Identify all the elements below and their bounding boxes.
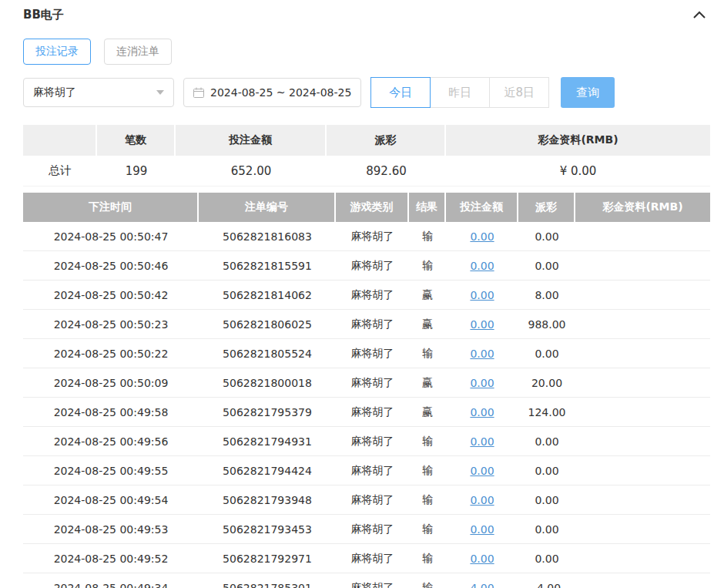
cell-order-id: 5062821793948 xyxy=(199,486,336,515)
cell-result: 输 xyxy=(409,456,446,486)
cell-order-id: 5062821793453 xyxy=(199,515,336,544)
cell-result: 输 xyxy=(409,339,446,368)
betting-records-panel: BB电子 投注记录 连消注单 麻将胡了 2024-08-25 ~ 2024-08… xyxy=(0,0,714,588)
collapse-button[interactable] xyxy=(689,9,710,20)
cell-bet-time: 2024-08-25 00:49:54 xyxy=(23,486,199,515)
cell-order-id: 5062821795379 xyxy=(199,398,336,427)
bet-amount-link[interactable]: 0.00 xyxy=(470,289,494,301)
cell-bonus xyxy=(575,456,710,486)
summary-bet-amount-value: 652.00 xyxy=(176,156,327,186)
header-payout: 派彩 xyxy=(518,193,575,222)
cell-order-id: 5062821816083 xyxy=(199,222,336,251)
bet-amount-link[interactable]: 0.00 xyxy=(470,465,494,477)
cell-order-id: 5062821794424 xyxy=(199,456,336,486)
table-row: 2024-08-25 00:49:565062821794931麻将胡了输0.0… xyxy=(23,427,710,456)
cell-bet-amount: 0.00 xyxy=(446,515,518,544)
cell-game-type: 麻将胡了 xyxy=(336,398,409,427)
cell-bet-amount: 0.00 xyxy=(446,368,518,398)
summary-total-label: 总计 xyxy=(23,156,97,186)
cell-payout: 0.00 xyxy=(518,486,575,515)
cell-bet-amount: 0.00 xyxy=(446,251,518,281)
cell-bonus xyxy=(575,427,710,456)
header-bet-amount: 投注金额 xyxy=(446,193,518,222)
cell-bet-time: 2024-08-25 00:49:56 xyxy=(23,427,199,456)
cell-result: 输 xyxy=(409,251,446,281)
table-row: 2024-08-25 00:50:465062821815591麻将胡了输0.0… xyxy=(23,251,710,281)
tab-bar: 投注记录 连消注单 xyxy=(23,39,710,65)
calendar-icon xyxy=(193,87,204,98)
table-row: 2024-08-25 00:49:345062821785301麻将胡了输4.0… xyxy=(23,573,710,588)
cell-bet-amount: 0.00 xyxy=(446,222,518,251)
bet-amount-link[interactable]: 0.00 xyxy=(470,230,494,243)
cell-bet-amount: 0.00 xyxy=(446,427,518,456)
bet-amount-link[interactable]: 0.00 xyxy=(470,377,494,389)
cell-payout: 0.00 xyxy=(518,427,575,456)
cell-game-type: 麻将胡了 xyxy=(336,281,409,310)
cell-result: 赢 xyxy=(409,368,446,398)
cell-bonus xyxy=(575,486,710,515)
summary-header-empty xyxy=(23,125,97,156)
cell-order-id: 5062821785301 xyxy=(199,573,336,588)
game-select[interactable]: 麻将胡了 xyxy=(23,78,174,107)
quick-date-buttons: 今日 昨日 近8日 xyxy=(370,77,549,108)
quick-button-yesterday[interactable]: 昨日 xyxy=(430,77,490,108)
cell-game-type: 麻将胡了 xyxy=(336,573,409,588)
table-row: 2024-08-25 00:49:525062821792971麻将胡了输0.0… xyxy=(23,544,710,573)
bet-amount-link[interactable]: 0.00 xyxy=(470,435,494,448)
bet-amount-link[interactable]: 0.00 xyxy=(470,553,494,565)
cell-result: 输 xyxy=(409,222,446,251)
tab-cancelled-orders[interactable]: 连消注单 xyxy=(104,39,172,65)
summary-header-row: 笔数 投注金额 派彩 彩金资料(RMB) xyxy=(23,125,710,156)
cell-bet-time: 2024-08-25 00:50:47 xyxy=(23,222,199,251)
table-row: 2024-08-25 00:49:555062821794424麻将胡了输0.0… xyxy=(23,456,710,486)
summary-total-row: 总计 199 652.00 892.60 ¥ 0.00 xyxy=(23,156,710,186)
search-button[interactable]: 查询 xyxy=(561,77,615,108)
bet-amount-link[interactable]: 0.00 xyxy=(470,406,494,418)
header-bet-time: 下注时间 xyxy=(23,193,199,222)
date-range-input[interactable]: 2024-08-25 ~ 2024-08-25 xyxy=(183,78,361,107)
bet-amount-link[interactable]: 0.00 xyxy=(470,260,494,272)
cell-result: 输 xyxy=(409,486,446,515)
tab-bet-records[interactable]: 投注记录 xyxy=(23,39,91,65)
quick-button-last8days[interactable]: 近8日 xyxy=(489,77,549,108)
records-table-body: 2024-08-25 00:50:475062821816083麻将胡了输0.0… xyxy=(23,222,710,588)
cell-bet-amount: 0.00 xyxy=(446,398,518,427)
cell-bonus xyxy=(575,251,710,281)
cell-order-id: 5062821800018 xyxy=(199,368,336,398)
bet-amount-link[interactable]: 0.00 xyxy=(470,523,494,536)
bet-amount-link[interactable]: 4.00 xyxy=(470,582,494,588)
bet-amount-link[interactable]: 0.00 xyxy=(470,494,494,506)
records-header-row: 下注时间 注单编号 游戏类别 结果 投注金额 派彩 彩金资料(RMB) xyxy=(23,193,710,222)
page-title: BB电子 xyxy=(23,8,64,22)
table-row: 2024-08-25 00:50:475062821816083麻将胡了输0.0… xyxy=(23,222,710,251)
cell-bonus xyxy=(575,339,710,368)
bet-amount-link[interactable]: 0.00 xyxy=(470,348,494,360)
summary-header-bet-amount: 投注金额 xyxy=(176,125,327,156)
cell-payout: 8.00 xyxy=(518,281,575,310)
cell-payout: 988.00 xyxy=(518,310,575,339)
bet-amount-link[interactable]: 0.00 xyxy=(470,318,494,331)
table-row: 2024-08-25 00:49:585062821795379麻将胡了赢0.0… xyxy=(23,398,710,427)
quick-button-today[interactable]: 今日 xyxy=(370,77,431,108)
summary-header-bonus: 彩金资料(RMB) xyxy=(446,125,710,156)
cell-bet-amount: 4.00 xyxy=(446,573,518,588)
header-order-id: 注单编号 xyxy=(199,193,336,222)
header-result: 结果 xyxy=(409,193,446,222)
cell-result: 输 xyxy=(409,515,446,544)
cell-game-type: 麻将胡了 xyxy=(336,222,409,251)
cell-order-id: 5062821792971 xyxy=(199,544,336,573)
cell-bet-time: 2024-08-25 00:49:53 xyxy=(23,515,199,544)
cell-result: 输 xyxy=(409,573,446,588)
cell-order-id: 5062821806025 xyxy=(199,310,336,339)
cell-bet-time: 2024-08-25 00:50:09 xyxy=(23,368,199,398)
panel-header: BB电子 xyxy=(23,3,710,23)
table-row: 2024-08-25 00:49:545062821793948麻将胡了输0.0… xyxy=(23,486,710,515)
table-row: 2024-08-25 00:50:095062821800018麻将胡了赢0.0… xyxy=(23,368,710,398)
summary-header-count: 笔数 xyxy=(97,125,176,156)
cell-game-type: 麻将胡了 xyxy=(336,456,409,486)
summary-header-payout: 派彩 xyxy=(327,125,446,156)
table-row: 2024-08-25 00:50:235062821806025麻将胡了赢0.0… xyxy=(23,310,710,339)
cell-bonus xyxy=(575,310,710,339)
summary-payout-value: 892.60 xyxy=(327,156,446,186)
cell-bet-time: 2024-08-25 00:49:34 xyxy=(23,573,199,588)
